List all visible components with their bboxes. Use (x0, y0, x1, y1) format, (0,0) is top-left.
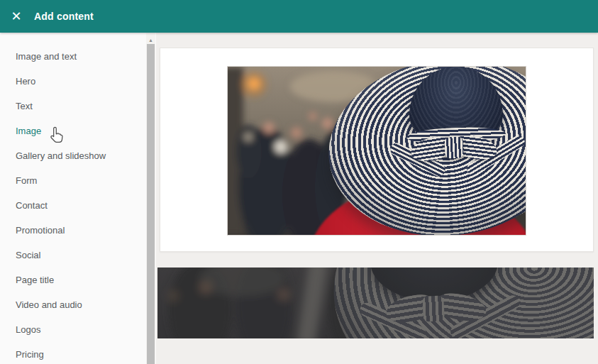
scroll-up-arrow-icon[interactable]: ▲ (146, 33, 155, 44)
sidebar-item-logos[interactable]: Logos (0, 317, 156, 342)
sidebar-item-social[interactable]: Social (0, 243, 156, 268)
image-block-preview-card[interactable] (160, 48, 594, 252)
hand-cursor-icon (47, 126, 66, 145)
sidebar-item-gallery-and-slideshow[interactable]: Gallery and slideshow (0, 143, 156, 168)
image-banner-preview-card[interactable] (157, 268, 594, 338)
sidebar-item-pricing[interactable]: Pricing (0, 342, 156, 364)
sidebar: Image and text Hero Text Image Gallery a… (0, 33, 156, 364)
sidebar-item-video-and-audio[interactable]: Video and audio (0, 292, 156, 317)
sidebar-item-hero[interactable]: Hero (0, 69, 156, 94)
header-bar: ✕ Add content (0, 0, 598, 33)
sidebar-item-contact[interactable]: Contact (0, 193, 156, 218)
sidebar-scrollbar[interactable]: ▲ (146, 33, 155, 364)
sidebar-item-text[interactable]: Text (0, 94, 156, 118)
sidebar-item-promotional[interactable]: Promotional (0, 218, 156, 243)
content-area (156, 33, 598, 364)
sidebar-item-image[interactable]: Image (0, 118, 156, 143)
banner-dark-overlay (157, 268, 594, 338)
sidebar-item-page-title[interactable]: Page title (0, 268, 156, 292)
hat-photo-preview (227, 66, 526, 236)
page-title: Add content (34, 11, 94, 22)
sidebar-item-form[interactable]: Form (0, 168, 156, 193)
scrollbar-thumb[interactable] (147, 44, 155, 364)
bow-knot (444, 136, 464, 158)
sidebar-item-image-and-text[interactable]: Image and text (0, 44, 156, 69)
add-content-dialog: ✕ Add content Image and text Hero Text I… (0, 0, 598, 364)
close-button[interactable]: ✕ (0, 0, 33, 33)
close-icon: ✕ (11, 10, 21, 23)
